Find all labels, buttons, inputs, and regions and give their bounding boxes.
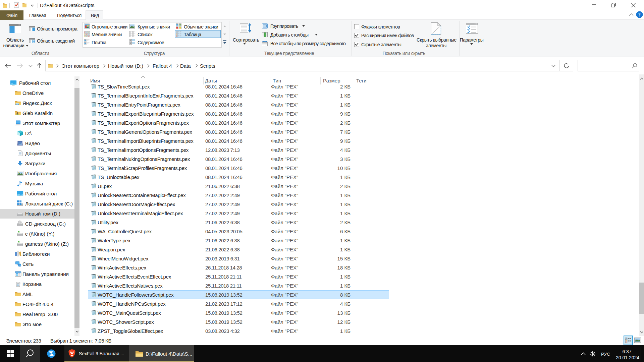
svg-text:?: ? — [638, 12, 641, 17]
